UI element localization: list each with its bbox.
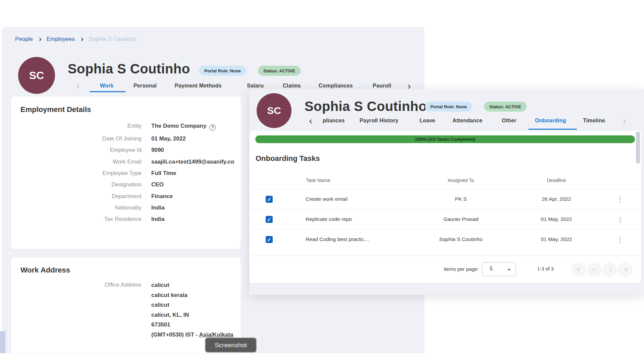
- address-line: calicut kerala: [151, 290, 233, 300]
- tab-compliances[interactable]: Compliances: [319, 83, 353, 89]
- tab-claims[interactable]: Claims: [283, 83, 301, 89]
- field-label-department: Department: [20, 193, 142, 200]
- section-title-onboarding-tasks: Onboarding Tasks: [256, 154, 320, 163]
- timezone-prefix: (GMT+0530) IST -: [151, 331, 199, 338]
- tab-leave[interactable]: Leave: [420, 118, 435, 124]
- field-value-nationality: India: [151, 204, 165, 211]
- onboarding-progress-bar: 100% (3/3 Tasks Completed): [255, 135, 635, 143]
- row-menu-kebab-icon[interactable]: ⋮: [617, 216, 622, 224]
- breadcrumb-employees[interactable]: Employees: [47, 36, 75, 43]
- address-line: calicut: [151, 280, 233, 290]
- address-line: calicut, KL, IN: [151, 310, 233, 320]
- field-label-office-address: Office Address: [20, 282, 142, 288]
- column-task-name: Task Name: [306, 178, 330, 183]
- breadcrumb-people[interactable]: People: [15, 36, 33, 43]
- tabs-scroll-left-icon[interactable]: [309, 119, 314, 124]
- task-checkbox[interactable]: ✓: [266, 216, 273, 223]
- section-title-employment: Employment Details: [20, 105, 91, 114]
- entity-value-text: The Demo Company: [151, 123, 206, 129]
- field-label-work-email: Work Email: [20, 159, 142, 165]
- address-line: 673501: [151, 320, 233, 330]
- tab-payroll[interactable]: Pauroll: [373, 83, 391, 89]
- caret-down-icon: [507, 269, 511, 271]
- deadline-cell: 26 Apr, 2022: [523, 196, 590, 202]
- column-deadline: Deadline: [523, 178, 590, 183]
- table-row: ✓ Replicate code repo Gaurav Prasad 01 M…: [249, 210, 641, 229]
- timezone-link[interactable]: Asia/Kolkata: [199, 331, 233, 338]
- tab-personal[interactable]: Personal: [133, 83, 157, 89]
- tabs-scroll-right-icon[interactable]: [622, 119, 626, 124]
- breadcrumb-current: Sophia S Coutinho: [89, 36, 136, 43]
- field-value-designation: CEO: [151, 181, 164, 188]
- task-checkbox[interactable]: ✓: [266, 236, 273, 243]
- pagination-range: 1-3 of 3: [525, 266, 566, 272]
- field-value-employee-id: 9090: [151, 147, 164, 154]
- active-tab-underline: [90, 91, 126, 92]
- tab-attendance[interactable]: Attendance: [452, 118, 482, 124]
- breadcrumb: People Employees Sophia S Coutinho: [15, 35, 136, 44]
- row-menu-kebab-icon[interactable]: ⋮: [617, 236, 622, 244]
- prev-page-button[interactable]: [587, 262, 602, 277]
- tab-salary[interactable]: Salaru: [247, 83, 264, 89]
- field-value-tax-residence: India: [151, 216, 165, 223]
- breadcrumb-chevron-icon: [80, 38, 84, 41]
- last-page-button[interactable]: [618, 262, 633, 277]
- field-label-employee-type: Employee Type: [20, 170, 142, 177]
- assigned-to-cell: PK S: [427, 196, 494, 202]
- profile-tabs: pliances Payroll History Leave Attendanc…: [249, 117, 644, 128]
- field-label-employee-id: Employee Id: [20, 147, 142, 154]
- chevron-right-icon: [623, 267, 627, 271]
- assigned-to-cell: Gaurav Prasad: [427, 216, 494, 222]
- deadline-cell: 01 May, 2022: [523, 236, 590, 242]
- tab-timeline[interactable]: Timeline: [583, 118, 605, 124]
- field-value-date-of-joining: 01 May, 2022: [151, 135, 186, 142]
- field-label-tax-residence: Tax Residence: [20, 216, 142, 223]
- tab-onboarding[interactable]: Onboarding: [535, 118, 566, 124]
- tabs-scroll-left-icon[interactable]: [76, 84, 81, 89]
- onboarding-card: 100% (3/3 Tasks Completed) Onboarding Ta…: [249, 131, 641, 283]
- page-title: Sophia S Coutinho: [68, 60, 190, 77]
- portal-role-badge: Portal Role: None: [425, 102, 472, 112]
- screenshot-button[interactable]: Screenshot: [205, 338, 257, 353]
- task-name-cell: Replicate code repo: [306, 216, 352, 222]
- items-per-page-label: Items per page:: [390, 266, 479, 272]
- next-page-button[interactable]: [602, 262, 617, 277]
- chevron-left-icon: [592, 267, 596, 271]
- page-title: Sophia S Coutinho: [305, 98, 427, 115]
- first-page-button[interactable]: [572, 262, 586, 277]
- task-name-cell: Read Coding best practic…: [306, 236, 369, 242]
- chevron-left-icon: [578, 267, 581, 271]
- column-assigned-to: Assigned To: [427, 178, 494, 183]
- row-menu-kebab-icon[interactable]: ⋮: [617, 195, 622, 203]
- section-title-work-address: Work Address: [20, 266, 70, 275]
- scrollbar-thumb[interactable]: [636, 131, 640, 164]
- tab-compliances-truncated[interactable]: pliances: [323, 118, 345, 124]
- tab-work[interactable]: Work: [100, 83, 114, 89]
- assigned-to-cell: Sophia S Coutinho: [427, 236, 494, 242]
- tab-payment-methods[interactable]: Payment Methods: [175, 83, 222, 89]
- help-icon[interactable]: ?: [209, 124, 216, 131]
- employment-details-card: Employment Details Entity The Demo Compa…: [11, 97, 241, 249]
- table-row: ✓ Create work email PK S 26 Apr, 2022 ⋮: [249, 189, 641, 210]
- breadcrumb-chevron-icon: [38, 38, 41, 41]
- page-edge-artifact: [0, 331, 5, 353]
- employee-profile-window-right: SC Sophia S Coutinho Portal Role: None S…: [249, 89, 644, 295]
- active-tab-underline: [528, 129, 577, 130]
- table-row: ✓ Read Coding best practic… Sophia S Cou…: [249, 229, 641, 256]
- items-per-page-select[interactable]: 5: [482, 262, 516, 276]
- field-label-entity: Entity: [20, 123, 142, 129]
- tab-other[interactable]: Other: [502, 118, 517, 124]
- status-badge: Status: ACTIVE: [484, 102, 527, 112]
- tab-payroll-history[interactable]: Payroll History: [360, 118, 398, 124]
- items-per-page-value: 5: [490, 266, 493, 272]
- field-value-employee-type: Full Time: [151, 170, 176, 177]
- task-name-cell: Create work email: [306, 196, 347, 202]
- table-header: Task Name Assigned To Deadline: [249, 172, 641, 189]
- office-address-value: calicut calicut kerala calicut calicut, …: [151, 280, 233, 340]
- field-value-entity: The Demo Company?: [151, 123, 216, 131]
- task-checkbox[interactable]: ✓: [266, 196, 273, 203]
- status-badge: Status: ACTIVE: [258, 66, 301, 76]
- portal-role-badge: Portal Role: None: [199, 66, 246, 76]
- address-line: calicut: [151, 300, 233, 310]
- tabs-scroll-right-icon[interactable]: [406, 84, 411, 89]
